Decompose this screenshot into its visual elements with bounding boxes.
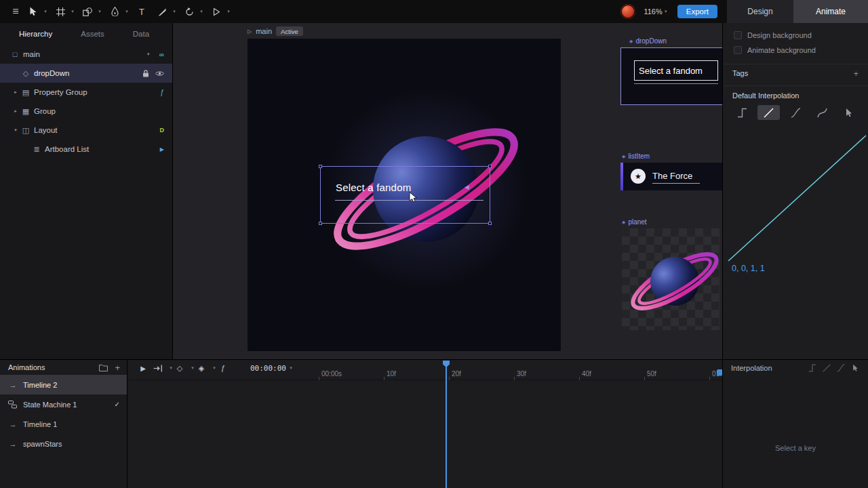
select-tool[interactable]: ▾ xyxy=(24,3,49,20)
preview-label-dropdown[interactable]: ◈ dropDown xyxy=(629,37,667,45)
lock-icon[interactable] xyxy=(142,70,149,77)
preview-label-planet[interactable]: ◈ planet xyxy=(622,218,647,226)
shapes-tool-icon xyxy=(79,3,96,20)
state-machine-icon xyxy=(8,401,18,409)
artboard-header[interactable]: ▷ main Active xyxy=(248,26,303,36)
animation-item-timeline2[interactable]: → Timeline 2 xyxy=(0,375,127,394)
design-background-row[interactable]: Design background xyxy=(723,28,868,42)
custom-curve-button[interactable] xyxy=(811,105,833,120)
hold-curve-icon[interactable] xyxy=(808,363,817,373)
add-tag-button[interactable]: + xyxy=(853,68,859,79)
animate-background-row[interactable]: Animate background xyxy=(723,43,868,57)
tree-item-layout[interactable]: ▾ ◫ Layout D xyxy=(0,121,172,140)
text-tool[interactable]: T xyxy=(133,3,151,20)
cubic-interpolation-button[interactable] xyxy=(784,105,806,120)
pen-tool[interactable]: ▾ xyxy=(106,3,130,20)
export-button[interactable]: Export xyxy=(677,5,717,18)
playhead-handle[interactable] xyxy=(443,361,450,367)
listitem-preview-artboard[interactable]: ★ The Force xyxy=(620,163,722,190)
hierarchy-panel: Hierarchy Assets Data □ main ▾ ∞ ◇ dropD… xyxy=(0,23,173,359)
listitem-accent-bar xyxy=(620,163,623,190)
preview-name: dropDown xyxy=(635,37,667,45)
listitem-text: The Force xyxy=(652,171,692,181)
knife-tool[interactable]: ▾ xyxy=(153,3,178,20)
rotate-tool[interactable]: ▾ xyxy=(180,3,205,20)
menu-icon: ≡ xyxy=(12,5,18,18)
caret-down-icon[interactable]: ▾ xyxy=(11,127,20,133)
animate-mode-button[interactable]: Animate xyxy=(793,0,868,23)
user-avatar[interactable] xyxy=(620,4,635,19)
selection-handle[interactable] xyxy=(319,222,322,225)
animate-background-label: Animate background xyxy=(747,46,816,54)
planet-asset-preview[interactable] xyxy=(622,228,720,330)
linear-curve-icon[interactable] xyxy=(822,363,831,373)
linear-interpolation-button[interactable] xyxy=(757,105,780,120)
tree-item-main[interactable]: □ main ▾ ∞ xyxy=(0,45,172,64)
tab-data[interactable]: Data xyxy=(133,30,149,38)
mouse-cursor-icon xyxy=(409,192,418,203)
curve-pointer-button[interactable] xyxy=(837,105,860,120)
selection-handle[interactable] xyxy=(319,165,322,168)
playhead[interactable] xyxy=(446,361,447,488)
stage-canvas[interactable]: ▷ main Active xyxy=(173,23,722,359)
animation-item-statemachine1[interactable]: State Machine 1 ✓ xyxy=(0,394,127,414)
component-icon: ◈ xyxy=(629,39,633,44)
caret-down-icon: ▾ xyxy=(123,9,130,14)
animation-item-spawnstars[interactable]: → spawnStars xyxy=(0,434,127,453)
work-area-end-marker[interactable] xyxy=(717,369,722,375)
caret-down-icon: ▾ xyxy=(42,9,49,14)
dropdown-element[interactable]: Select a fandom ◀ xyxy=(320,166,490,224)
main-artboard[interactable]: Select a fandom ◀ xyxy=(248,39,561,351)
tree-item-artboard-list[interactable]: ≣ Artboard List ▶ xyxy=(0,140,172,159)
add-animation-button[interactable]: + xyxy=(115,363,120,373)
tree-item-label: main xyxy=(23,50,40,58)
animation-label: Timeline 2 xyxy=(23,381,57,389)
dropdown-preview-button: Select a fandom xyxy=(634,60,718,81)
hold-interpolation-button[interactable] xyxy=(731,105,753,120)
design-background-checkbox[interactable] xyxy=(734,31,742,39)
caret-right-icon[interactable]: ▸ xyxy=(11,108,20,114)
tree-item-group[interactable]: ▸ ▦ Group xyxy=(0,102,172,121)
caret-down-icon[interactable]: ▾ xyxy=(144,52,153,57)
tree-item-label: Artboard List xyxy=(45,145,89,153)
timeline-ruler[interactable]: 00:00s 10f 20f 30f 40f 50f 01:00 xyxy=(128,368,722,380)
zoom-control[interactable]: 116% ▾ xyxy=(644,7,669,16)
dropdown-preview-artboard[interactable]: Select a fandom xyxy=(620,47,722,105)
cubic-curve-icon[interactable] xyxy=(836,363,846,373)
enter-component-icon[interactable]: ▶ xyxy=(160,146,164,152)
tree-item-property-group[interactable]: ▸ ▤ Property Group ƒ xyxy=(0,83,172,102)
curve-pointer-icon[interactable] xyxy=(850,363,860,373)
rotate-tool-icon xyxy=(180,3,198,20)
component-icon: ◈ xyxy=(622,154,625,159)
curve-values: 0, 0, 1, 1 xyxy=(732,264,765,273)
timeline-track-area[interactable]: ▶ ▾ ◇ ▾ ◈ ▾ ƒ 00:00:00 ▾ 00:00s 10f xyxy=(128,360,722,488)
property-group-icon: ▤ xyxy=(20,88,31,97)
interpolation-type-buttons xyxy=(723,104,868,121)
preview-label-listitem[interactable]: ◈ listItem xyxy=(622,152,650,160)
caret-right-icon[interactable]: ▸ xyxy=(11,89,20,95)
selection-handle[interactable] xyxy=(488,165,492,168)
animation-item-timeline1[interactable]: → Timeline 1 xyxy=(0,414,127,434)
artboard-tool[interactable]: ▾ xyxy=(52,3,76,20)
caret-down-icon: ▾ xyxy=(171,9,178,14)
design-mode-button[interactable]: Design xyxy=(727,0,793,23)
tab-assets[interactable]: Assets xyxy=(81,30,104,38)
link-icon: ∞ xyxy=(159,51,164,58)
artboard-toggle-icon: ▷ xyxy=(248,28,252,35)
tags-label: Tags xyxy=(732,69,748,77)
tab-hierarchy[interactable]: Hierarchy xyxy=(19,30,52,38)
folder-icon[interactable] xyxy=(99,364,108,371)
top-toolbar: ≡ ▾ ▾ ▾ ▾ T xyxy=(0,0,868,23)
eye-icon[interactable] xyxy=(155,70,164,77)
animate-background-checkbox[interactable] xyxy=(734,46,742,54)
default-interpolation-header: Default Interpolation xyxy=(723,88,868,103)
active-badge: Active xyxy=(276,26,303,36)
selection-handle[interactable] xyxy=(488,222,492,225)
interpolation-header: Interpolation xyxy=(723,360,868,376)
play-mode-tool[interactable]: ▾ xyxy=(208,3,232,20)
tree-item-dropdown[interactable]: ◇ dropDown xyxy=(0,64,172,83)
curve-editor[interactable] xyxy=(723,125,868,268)
shapes-tool[interactable]: ▾ xyxy=(79,3,103,20)
menu-button[interactable]: ≡ xyxy=(7,3,24,20)
listitem-underline xyxy=(652,183,700,184)
